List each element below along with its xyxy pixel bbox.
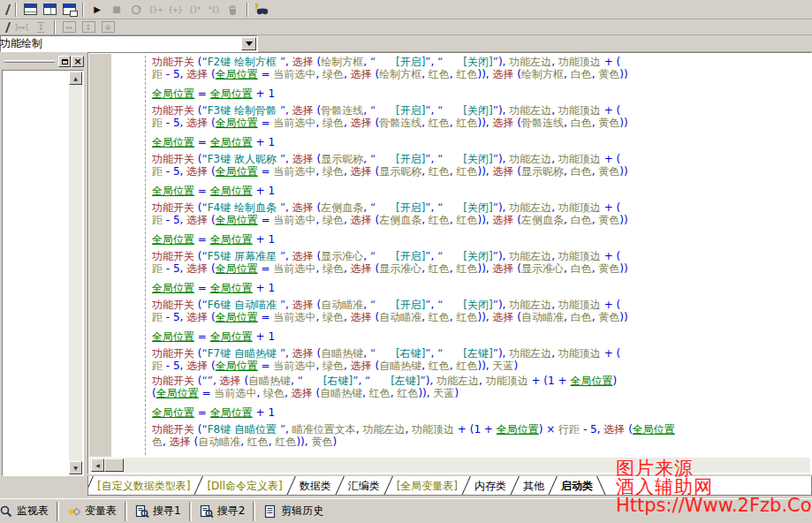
scroll-down-button[interactable]: ▼ xyxy=(69,461,82,474)
code-line: 功能开关 (“F6键 自动喵准 ”, 选择 (自动瞄准, “ [开启]”, “ … xyxy=(152,299,811,311)
code-block: 功能开关 (“F5键 屏幕准星 ”, 选择 (显示准心, “ [开启]”, “ … xyxy=(152,250,811,294)
editor-margin xyxy=(89,54,111,457)
code-line: 距 - 5, 选择 (全局位置 = 当前选中, 绿色, 选择 (左侧血条, 红色… xyxy=(152,214,811,226)
combobox-dropdown-button[interactable] xyxy=(241,37,256,50)
clip-history-icon xyxy=(263,504,277,519)
dock-panel-titlebar[interactable]: × xyxy=(2,55,84,68)
code-line: 全局位置 = 全局位置 + 1 xyxy=(152,87,811,100)
dock-grip[interactable] xyxy=(4,60,55,63)
code-line: 色, 选择 (自动瞄准, 红色, 红色)), 黄色) xyxy=(152,436,811,448)
code-line: 距 - 5, 选择 (全局位置 = 当前选中, 绿色, 选择 (自动瞄准, 红色… xyxy=(152,311,811,323)
toolbar-separator xyxy=(54,20,56,34)
bottom-button-label: 变量表 xyxy=(85,504,117,519)
tab-汇编类[interactable]: 汇编类 xyxy=(340,477,388,495)
stop-icon[interactable]: ■ xyxy=(108,2,125,17)
toolbar-separator xyxy=(57,502,59,521)
variables-diamond-icon: ◆◇ xyxy=(67,504,81,519)
find-icon[interactable]: ? xyxy=(253,2,270,17)
code-editor[interactable]: 功能开关 (“F2键 绘制方框 ”, 选择 (绘制方框, “ [开启]”, “ … xyxy=(87,52,812,474)
code-line: 全局位置 = 全局位置 + 1 xyxy=(152,282,811,294)
tab-数据类[interactable]: 数据类 xyxy=(292,477,339,495)
bottom-toolbar: 监视表◆◇变量表搜寻1搜寻2剪辑历史 xyxy=(0,498,812,523)
step-over-icon[interactable]: {+} xyxy=(166,2,184,17)
toolbar-separator xyxy=(253,502,255,521)
close-icon: × xyxy=(73,57,81,66)
code-line: 距 - 5, 选择 (全局位置 = 当前选中, 绿色, 选择 (显示昵称, 红色… xyxy=(152,165,811,178)
section-tabstrip: [自定义数据类型表][Dll命令定义表]数据类汇编类[全局变量表]内存类其他启动… xyxy=(87,476,812,496)
equal-hspace-icon[interactable]: }↔{ xyxy=(12,19,30,34)
code-line: 全局位置 = 全局位置 + 1 xyxy=(152,136,811,148)
bottom-button-监视表[interactable]: 监视表 xyxy=(0,501,56,522)
toolbar-separator xyxy=(125,502,127,521)
bottom-button-搜寻1[interactable]: 搜寻1 xyxy=(128,501,188,522)
scroll-left-button[interactable]: ◀ xyxy=(91,459,104,472)
code-block: 功能开关 (“F3键 敌人昵称 ”, 选择 (显示昵称, “ [开启]”, “ … xyxy=(152,153,811,197)
tile-windows-vertical-icon[interactable] xyxy=(41,2,58,17)
dock-vscrollbar[interactable]: ▲ ▼ xyxy=(69,72,82,474)
code-line: 距 - 5, 选择 (全局位置 = 当前选中, 绿色, 选择 (骨骼连线, 红色… xyxy=(152,117,811,129)
code-line: (全局位置 = 当前选中, 绿色, 选择 (自瞄热键, 红色, 红色)), 天蓝… xyxy=(152,387,811,399)
code-line: 全局位置 = 全局位置 + 1 xyxy=(152,233,811,246)
clipped-edge-icon xyxy=(0,4,11,15)
run-to-cursor-icon[interactable]: *{} xyxy=(205,2,223,17)
code-block: 功能开关 (“F6键 自动喵准 ”, 选择 (自动瞄准, “ [开启]”, “ … xyxy=(152,299,811,343)
bottom-button-剪辑历史[interactable]: 剪辑历史 xyxy=(256,501,330,522)
same-height-icon[interactable]: ↕ xyxy=(80,19,97,34)
cascade-windows-icon[interactable] xyxy=(60,2,78,17)
bottom-button-变量表[interactable]: ◆◇变量表 xyxy=(60,501,124,522)
dock-panel: × ▲ ▼ xyxy=(0,53,86,476)
toolbar-separator xyxy=(15,3,17,17)
scrollbar-thumb[interactable] xyxy=(104,459,124,472)
step-into-icon[interactable]: {}+ xyxy=(147,2,164,17)
editor-hscrollbar[interactable]: ◀ xyxy=(89,458,810,473)
tab-自定义数据类型表[interactable]: [自定义数据类型表] xyxy=(89,477,198,495)
pause-hand-icon[interactable] xyxy=(224,2,242,17)
code-block: 功能开关 (“F8键 自瞄位置 ”, 瞄准位置文本, 功能左边, 功能顶边 + … xyxy=(152,423,811,448)
maximize-icon xyxy=(62,59,68,64)
bottom-button-label: 搜寻1 xyxy=(153,504,181,519)
watch-magnifier-icon xyxy=(0,504,13,519)
tab-启动类[interactable]: 启动类 xyxy=(553,477,601,495)
code-line: 全局位置 = 全局位置 + 1 xyxy=(152,330,811,343)
scroll-up-button[interactable]: ▲ xyxy=(69,72,82,85)
tab-全局变量表[interactable]: [全局变量表] xyxy=(389,477,466,495)
code-line: 距 - 5, 选择 (全局位置 = 当前选中, 绿色, 选择 (自瞄热键, 红色… xyxy=(152,360,811,372)
code-line: 功能开关 (“F3键 敌人昵称 ”, 选择 (显示昵称, “ [开启]”, “ … xyxy=(152,153,811,165)
refresh-icon[interactable] xyxy=(127,2,145,17)
indent-guide xyxy=(145,56,146,455)
align-toolbar: }↔{↕↔↕⊕ xyxy=(0,19,812,35)
toolbar-separator xyxy=(82,3,84,17)
tile-windows-horizontal-icon[interactable] xyxy=(21,2,39,17)
code-line: 全局位置 = 全局位置 + 1 xyxy=(152,406,811,419)
bottom-button-label: 剪辑历史 xyxy=(281,504,323,519)
code-line: 功能开关 (“F7键 自瞄热键 ”, 选择 (自瞄热键, “ [右键]”, “ … xyxy=(152,347,811,360)
code-line: 功能开关 (“F5键 屏幕准星 ”, 选择 (显示准心, “ [开启]”, “ … xyxy=(152,250,811,262)
tab-其他[interactable]: 其他 xyxy=(515,477,552,495)
clipped-edge-icon xyxy=(0,22,11,33)
code-line: 距 - 5, 选择 (全局位置 = 当前选中, 绿色, 选择 (绘制方框, 红色… xyxy=(152,68,811,80)
search-doc-icon xyxy=(135,504,149,519)
section-combobox[interactable]: 功能绘制 xyxy=(0,35,258,52)
same-width-icon[interactable]: ↔ xyxy=(60,19,78,34)
bottom-button-搜寻2[interactable]: 搜寻2 xyxy=(193,501,253,522)
equal-vspace-icon[interactable]: ↕ xyxy=(32,19,49,34)
code-block: 功能开关 (“F3键 绘制骨骼 ”, 选择 (骨骼连线, “ [开启]”, “ … xyxy=(152,104,811,148)
step-out-icon[interactable]: {}* xyxy=(186,2,203,17)
code-block: 功能开关 (“F4键 绘制血条 ”, 选择 (左侧血条, “ [开启]”, “ … xyxy=(152,201,811,246)
code-block: 功能开关 (“F7键 自瞄热键 ”, 选择 (自瞄热键, “ [右键]”, “ … xyxy=(152,347,811,372)
toolbar-separator xyxy=(189,502,192,521)
toolbar-separator xyxy=(247,3,248,17)
dock-close-button[interactable]: × xyxy=(72,56,84,67)
dock-maximize-button[interactable] xyxy=(58,56,71,67)
e-language-ide-window: ▶■{}+{+}{}**{}? }↔{↕↔↕⊕ 功能绘制 × ▲ ▼ 功能开关 … xyxy=(0,0,812,523)
same-size-icon[interactable]: ⊕ xyxy=(99,19,117,34)
combobox-value: 功能绘制 xyxy=(0,36,241,51)
bottom-button-label: 搜寻2 xyxy=(217,504,246,519)
run-icon[interactable]: ▶ xyxy=(88,2,106,17)
tab-Dll命令定义表[interactable]: [Dll命令定义表] xyxy=(199,477,290,495)
dock-panel-content[interactable]: ▲ ▼ xyxy=(2,70,84,476)
code-line: 功能开关 (“F2键 绘制方框 ”, 选择 (绘制方框, “ [开启]”, “ … xyxy=(152,56,811,68)
code-line: 距 - 5, 选择 (全局位置 = 当前选中, 绿色, 选择 (显示准心, 红色… xyxy=(152,262,811,275)
tab-内存类[interactable]: 内存类 xyxy=(467,477,514,495)
code-block: 全局位置 = 全局位置 + 1 xyxy=(152,406,811,419)
